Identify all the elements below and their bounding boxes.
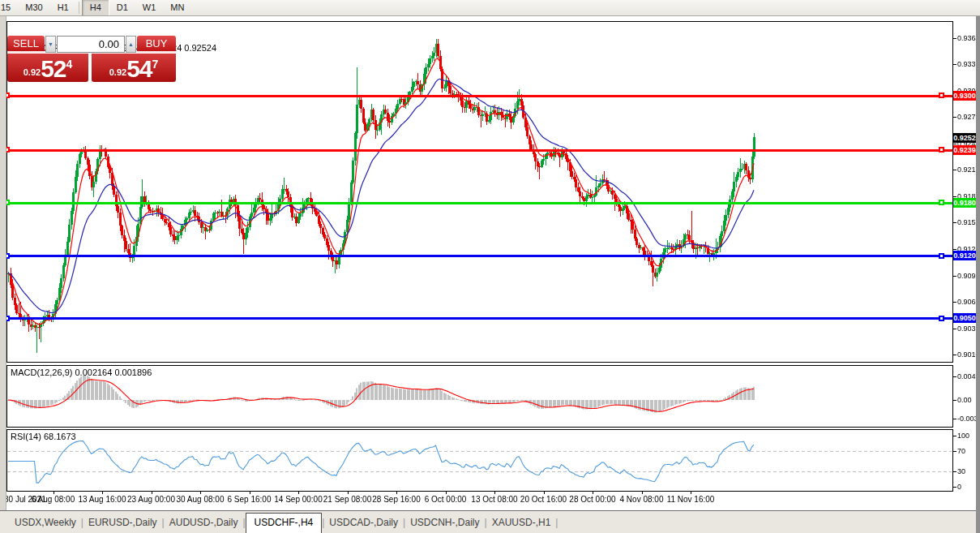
sell-price-display[interactable]: 0.92 52 4 [7, 54, 88, 82]
buy-price-pip: 7 [152, 58, 159, 71]
timeframe-button-15[interactable]: 15 [0, 0, 18, 15]
timeframe-button-w1[interactable]: W1 [135, 0, 164, 15]
hline-right-handle[interactable] [939, 200, 944, 205]
macd-indicator-label: MACD(12,26,9) 0.002164 0.001896 [11, 368, 152, 377]
time-axis-label: 11 Nov 16:00 [667, 495, 715, 504]
sell-price-pip: 4 [66, 58, 73, 71]
time-axis-label: 6 Oct 00:00 [425, 495, 467, 504]
window-left-edge [0, 16, 6, 533]
time-axis-label: 23 Aug 00:00 [127, 495, 175, 504]
timeframe-button-h1[interactable]: H1 [50, 0, 76, 15]
hline-right-handle[interactable] [939, 147, 944, 153]
rsi-indicator-label: RSI(14) 68.1673 [11, 432, 76, 441]
volume-decrease-button[interactable]: ▼ [45, 36, 56, 53]
sell-price-big: 52 [41, 58, 66, 80]
volume-input[interactable]: 0.00 [57, 36, 125, 53]
time-axis-label: 28 Sep 16:00 [372, 495, 421, 504]
time-axis-label: 13 Aug 16:00 [79, 495, 126, 504]
chart-tab-usdcad-daily[interactable]: USDCAD-,Daily [324, 514, 403, 531]
chart-tab-bar: USDX,Weekly|EURUSD-,Daily|AUDUSD-,Daily|… [0, 510, 980, 533]
chart-tab-usdchf-h4[interactable]: USDCHF-,H4 [246, 513, 323, 533]
hline-right-handle[interactable] [939, 92, 944, 98]
toolbar-separator [79, 2, 79, 14]
one-click-trading-panel: SELL ▼ 0.00 ▲ BUY 0.92 52 4 0.92 54 7 [7, 36, 176, 82]
time-axis-label: 28 Oct 00:00 [569, 495, 615, 504]
time-axis-label: 30 Aug 08:00 [177, 495, 225, 504]
hline-right-handle[interactable] [939, 316, 944, 321]
chart-tab-audusd-daily[interactable]: AUDUSD-,Daily [165, 514, 243, 531]
buy-price-prefix: 0.92 [109, 67, 126, 80]
volume-increase-button[interactable]: ▲ [126, 36, 136, 53]
time-axis-label: 6 Aug 08:00 [32, 495, 75, 504]
time-axis-label: 13 Oct 08:00 [471, 495, 517, 504]
timeframe-button-mn[interactable]: MN [163, 0, 191, 15]
timeframe-button-h4[interactable]: H4 [82, 0, 109, 15]
sell-price-prefix: 0.92 [24, 67, 41, 80]
chart-tab-eurusd-daily[interactable]: EURUSD-,Daily [83, 514, 162, 531]
time-axis-label: 4 Nov 08:00 [620, 495, 664, 504]
chart-tab-usdx-weekly[interactable]: USDX,Weekly [10, 514, 81, 531]
chart-tab-usdcnh-daily[interactable]: USDCNH-,Daily [405, 514, 484, 531]
time-axis-label: 21 Sep 08:00 [323, 495, 372, 504]
time-axis-label: 20 Oct 16:00 [520, 495, 567, 504]
chart-tab-xauusd-h1[interactable]: XAUUSD-,H1 [487, 514, 556, 531]
time-axis-label: 14 Sep 00:00 [274, 495, 323, 504]
buy-button[interactable]: BUY [137, 36, 176, 53]
tab-separator: | [555, 517, 558, 528]
timeframe-toolbar: 15M30H1H4D1W1MN [0, 0, 980, 16]
sell-button[interactable]: SELL [7, 36, 45, 53]
hline-right-handle[interactable] [939, 253, 944, 259]
buy-price-big: 54 [126, 58, 152, 80]
timeframe-button-d1[interactable]: D1 [109, 0, 135, 15]
buy-price-display[interactable]: 0.92 54 7 [92, 54, 176, 82]
terminal-window: 15M30H1H4D1W1MN ▲ USDCHF-,H40.92542 0.92… [0, 0, 980, 533]
timeframe-button-m30[interactable]: M30 [18, 0, 49, 15]
window-right-edge [976, 16, 980, 533]
time-axis-label: 6 Sep 16:00 [228, 495, 272, 504]
